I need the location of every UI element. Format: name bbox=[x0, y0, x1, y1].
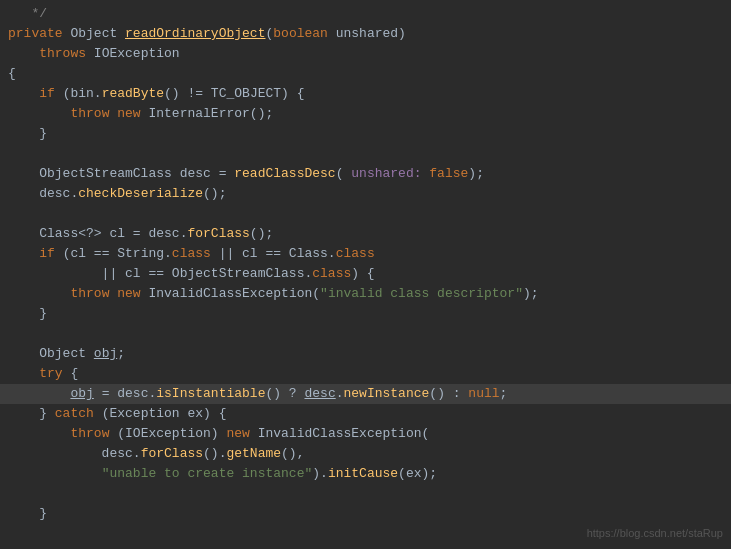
code-line: if (bin.readByte() != TC_OBJECT) { bbox=[0, 84, 731, 104]
code-line: desc.checkDeserialize(); bbox=[0, 184, 731, 204]
code-line: if (cl == String.class || cl == Class.cl… bbox=[0, 244, 731, 264]
code-line: try { bbox=[0, 364, 731, 384]
code-line bbox=[0, 484, 731, 504]
code-line: desc.forClass().getName(), bbox=[0, 444, 731, 464]
code-line: Object obj; bbox=[0, 344, 731, 364]
code-line: throw new InternalError(); bbox=[0, 104, 731, 124]
watermark: https://blog.csdn.net/staRup bbox=[587, 525, 723, 542]
code-line-highlighted: obj = desc.isInstantiable() ? desc.newIn… bbox=[0, 384, 731, 404]
code-line: private Object readOrdinaryObject(boolea… bbox=[0, 24, 731, 44]
code-line: { bbox=[0, 64, 731, 84]
code-line: */ bbox=[0, 4, 731, 24]
code-line: "unable to create instance").initCause(e… bbox=[0, 464, 731, 484]
code-line: ObjectStreamClass desc = readClassDesc( … bbox=[0, 164, 731, 184]
code-line bbox=[0, 204, 731, 224]
code-line bbox=[0, 324, 731, 344]
code-line: throws IOException bbox=[0, 44, 731, 64]
code-line: } catch (Exception ex) { bbox=[0, 404, 731, 424]
code-line: } bbox=[0, 304, 731, 324]
code-line: Class<?> cl = desc.forClass(); bbox=[0, 224, 731, 244]
code-line: throw new InvalidClassException("invalid… bbox=[0, 284, 731, 304]
code-line: || cl == ObjectStreamClass.class) { bbox=[0, 264, 731, 284]
code-editor: */ private Object readOrdinaryObject(boo… bbox=[0, 0, 731, 549]
code-line: } bbox=[0, 124, 731, 144]
code-line: throw (IOException) new InvalidClassExce… bbox=[0, 424, 731, 444]
code-line: } bbox=[0, 504, 731, 524]
code-line bbox=[0, 144, 731, 164]
